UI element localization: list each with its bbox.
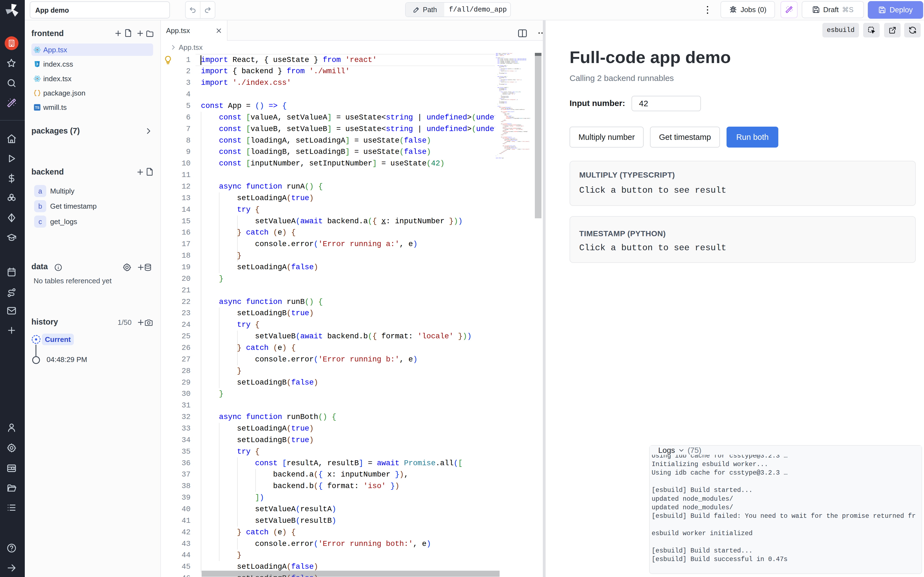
svg-text:3: 3 xyxy=(36,62,38,66)
svg-text:TS: TS xyxy=(35,106,39,110)
